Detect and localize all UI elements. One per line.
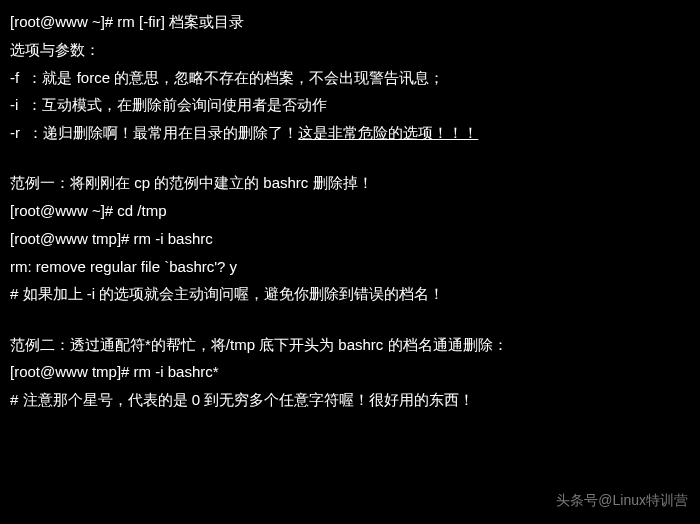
watermark-text: 头条号@Linux特训营 [556,488,688,514]
comment-wildcard: # 注意那个星号，代表的是 0 到无穷多个任意字符喔！很好用的东西！ [10,386,690,414]
option-r-prefix: -r ：递归删除啊！最常用在目录的删除了！ [10,124,298,141]
cmd-cd-tmp: [root@www ~]# cd /tmp [10,197,690,225]
options-header: 选项与参数： [10,36,690,64]
example1-header: 范例一：将刚刚在 cp 的范例中建立的 bashrc 删除掉！ [10,169,690,197]
blank-line [10,308,690,331]
option-r: -r ：递归删除啊！最常用在目录的删除了！这是非常危险的选项！！！ [10,119,690,147]
option-i: -i ：互动模式，在删除前会询问使用者是否动作 [10,91,690,119]
option-f: -f ：就是 force 的意思，忽略不存在的档案，不会出现警告讯息； [10,64,690,92]
blank-line [10,147,690,170]
command-usage: [root@www ~]# rm [-fir] 档案或目录 [10,8,690,36]
comment-i-option: # 如果加上 -i 的选项就会主动询问喔，避免你删除到错误的档名！ [10,280,690,308]
terminal-output: [root@www ~]# rm [-fir] 档案或目录 选项与参数： -f … [0,0,700,422]
option-r-warning: 这是非常危险的选项！！！ [298,124,478,141]
example2-header: 范例二：透过通配符*的帮忙，将/tmp 底下开头为 bashrc 的档名通通删除… [10,331,690,359]
cmd-rm-wildcard: [root@www tmp]# rm -i bashrc* [10,358,690,386]
rm-prompt: rm: remove regular file `bashrc'? y [10,253,690,281]
cmd-rm-bashrc: [root@www tmp]# rm -i bashrc [10,225,690,253]
